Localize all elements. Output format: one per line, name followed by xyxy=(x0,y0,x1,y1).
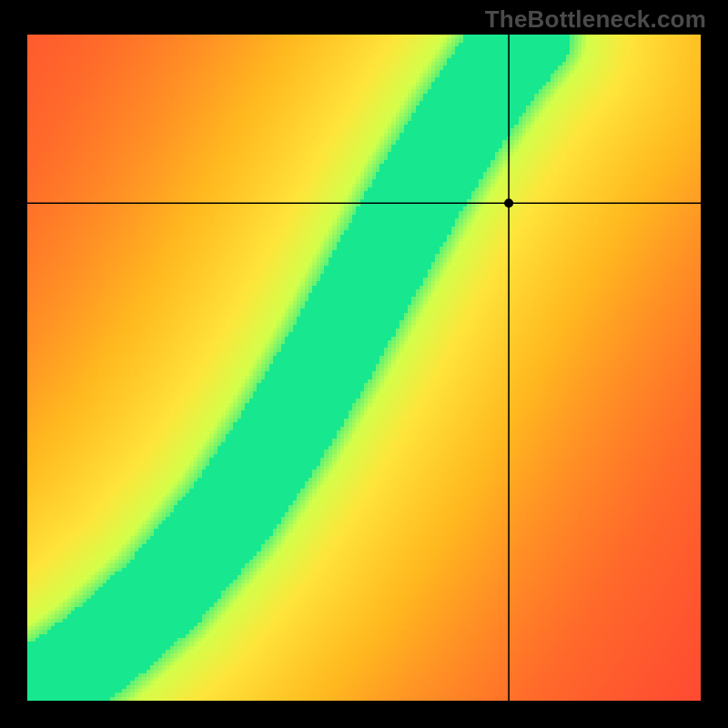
watermark-text: TheBottleneck.com xyxy=(485,5,706,34)
crosshair-overlay xyxy=(27,35,701,701)
chart-frame: TheBottleneck.com xyxy=(0,0,728,728)
